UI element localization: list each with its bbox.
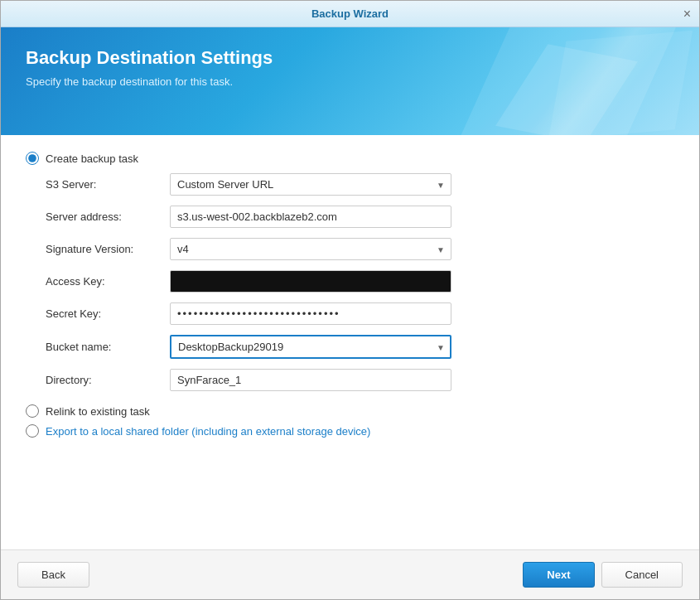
footer-right: Next Cancel (523, 562, 683, 588)
server-address-input[interactable] (170, 206, 451, 228)
signature-version-control: v2 v4 ▼ (170, 238, 451, 260)
directory-input[interactable] (170, 369, 451, 391)
signature-version-label: Signature Version: (46, 243, 170, 255)
page-title: Backup Destination Settings (26, 47, 674, 69)
cancel-button[interactable]: Cancel (601, 562, 683, 588)
create-backup-label: Create backup task (46, 152, 138, 165)
create-backup-radio[interactable] (26, 152, 39, 165)
create-backup-section: Create backup task S3 Server: Custom Ser… (26, 152, 674, 391)
server-address-row: Server address: (46, 206, 674, 228)
s3-server-label: S3 Server: (46, 178, 170, 191)
bucket-name-row: Bucket name: DesktopBackup29019 other-bu… (46, 335, 674, 359)
backup-task-form: S3 Server: Custom Server URL Amazon S3 S… (46, 173, 674, 391)
access-key-input[interactable] (170, 270, 451, 293)
export-label: Export to a local shared folder (includi… (46, 425, 370, 438)
bucket-name-select[interactable]: DesktopBackup29019 other-bucket (170, 335, 451, 359)
access-key-row: Access Key: (46, 270, 674, 293)
bucket-name-control: DesktopBackup29019 other-bucket ▼ (170, 335, 451, 359)
export-radio-option[interactable]: Export to a local shared folder (includi… (26, 424, 674, 438)
content-area: Create backup task S3 Server: Custom Ser… (1, 135, 699, 549)
signature-version-select[interactable]: v2 v4 (170, 238, 451, 260)
directory-row: Directory: (46, 369, 674, 391)
secret-key-input[interactable] (170, 302, 451, 325)
relink-radio-option[interactable]: Relink to existing task (26, 404, 674, 418)
secret-key-row: Secret Key: (46, 302, 674, 325)
title-bar: Backup Wizard × (1, 1, 699, 27)
server-address-label: Server address: (46, 210, 170, 223)
s3-server-control: Custom Server URL Amazon S3 S3 Compatibl… (170, 173, 451, 196)
footer: Back Next Cancel (1, 549, 699, 599)
s3-server-row: S3 Server: Custom Server URL Amazon S3 S… (46, 173, 674, 196)
bucket-name-select-wrapper: DesktopBackup29019 other-bucket ▼ (170, 335, 451, 359)
s3-server-select-wrapper: Custom Server URL Amazon S3 S3 Compatibl… (170, 173, 451, 196)
s3-server-select[interactable]: Custom Server URL Amazon S3 S3 Compatibl… (170, 173, 451, 196)
window-title: Backup Wizard (311, 7, 389, 20)
access-key-label: Access Key: (46, 275, 170, 288)
secret-key-label: Secret Key: (46, 307, 170, 320)
signature-version-row: Signature Version: v2 v4 ▼ (46, 238, 674, 260)
header-banner: Backup Destination Settings Specify the … (1, 27, 699, 135)
server-address-control (170, 206, 451, 228)
signature-version-select-wrapper: v2 v4 ▼ (170, 238, 451, 260)
directory-control (170, 369, 451, 391)
back-button[interactable]: Back (17, 562, 89, 588)
backup-wizard-window: Backup Wizard × Backup Destination Setti… (0, 0, 700, 600)
window-close-button[interactable]: × (683, 7, 691, 21)
create-backup-radio-option[interactable]: Create backup task (26, 152, 674, 165)
relink-radio[interactable] (26, 404, 39, 418)
page-subtitle: Specify the backup destination for this … (26, 75, 674, 88)
access-key-control (170, 270, 451, 293)
next-button[interactable]: Next (523, 562, 594, 588)
bucket-name-label: Bucket name: (46, 341, 170, 353)
secret-key-control (170, 302, 451, 325)
directory-label: Directory: (46, 374, 170, 386)
export-radio[interactable] (26, 424, 39, 438)
footer-left: Back (17, 562, 89, 588)
relink-label: Relink to existing task (46, 405, 150, 418)
